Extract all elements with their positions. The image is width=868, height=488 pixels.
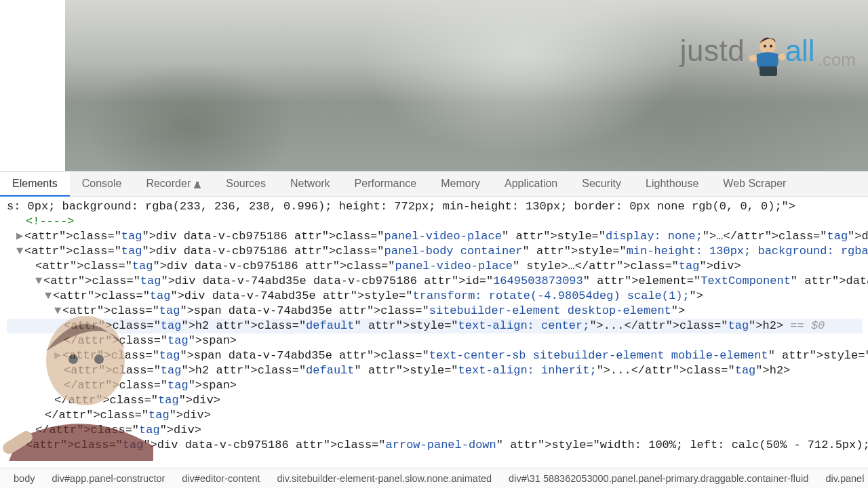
dom-line[interactable]: ▼<attr">class="tag">div data-v-74abd35e … [7,289,863,304]
tab-performance[interactable]: Performance [342,171,429,196]
selected-marker: == $0 [783,319,825,332]
tab-sources[interactable]: Sources [214,171,278,196]
tab-recorder[interactable]: Recorder [134,171,214,196]
page-preview: just d all .com [0,0,868,171]
svg-point-2 [770,45,772,47]
dom-line[interactable]: <attr">class="tag">div data-v-cb975186 a… [7,259,863,274]
logo-text-just: just [680,34,728,68]
dom-breadcrumb[interactable]: body div#app.panel-constructor div#edito… [0,468,868,488]
tab-console[interactable]: Console [70,171,134,196]
crumb[interactable]: div#\31 588362053000.panel.panel-primary… [500,473,816,484]
logo-text-dotcom: .com [818,49,856,70]
collapse-icon[interactable]: ▼ [16,244,24,259]
crumb[interactable]: div.panel [816,473,868,484]
preview-gutter [0,0,65,171]
svg-point-1 [764,45,766,47]
dom-line[interactable]: ▼<attr">class="tag">div data-v-74abd35e … [7,274,863,289]
dom-line[interactable]: ▶<attr">class="tag">div data-v-cb975186 … [7,229,863,244]
svg-rect-3 [760,66,777,76]
tab-memory[interactable]: Memory [429,171,492,196]
svg-point-7 [68,354,78,364]
dom-line[interactable]: s: 0px; background: rgba(233, 236, 238, … [7,199,863,214]
svg-point-8 [94,354,104,364]
crumb[interactable]: div#app.panel-constructor [43,473,173,484]
logo-text-d: d [728,34,744,68]
site-logo: just d all .com [680,27,856,75]
svg-point-5 [778,54,786,60]
collapse-icon[interactable]: ▼ [45,289,53,304]
mascot-icon [743,31,791,79]
dom-comment[interactable]: <!----> [7,214,863,229]
crumb[interactable]: body [5,473,43,484]
tab-network[interactable]: Network [278,171,342,196]
dom-line[interactable]: ▼<attr">class="tag">div data-v-cb975186 … [7,244,863,259]
collapse-icon[interactable]: ▼ [35,274,43,289]
crumb[interactable]: div.sitebuilder-element-panel.slow.none.… [269,473,500,484]
devtools-tabbar: Elements Console Recorder Sources Networ… [0,171,868,197]
tab-lighthouse[interactable]: Lighthouse [633,171,711,196]
svg-point-4 [749,55,757,62]
tab-security[interactable]: Security [570,171,633,196]
expand-icon[interactable]: ▶ [16,229,24,244]
flask-icon [193,180,201,188]
crumb[interactable]: div#editor-content [173,473,268,484]
elements-panel[interactable]: s: 0px; background: rgba(233, 236, 238, … [0,197,868,466]
presenter-overlay [0,304,167,461]
tab-elements[interactable]: Elements [0,172,70,197]
tab-web-scraper[interactable]: Web Scraper [711,171,798,196]
tab-application[interactable]: Application [492,171,570,196]
